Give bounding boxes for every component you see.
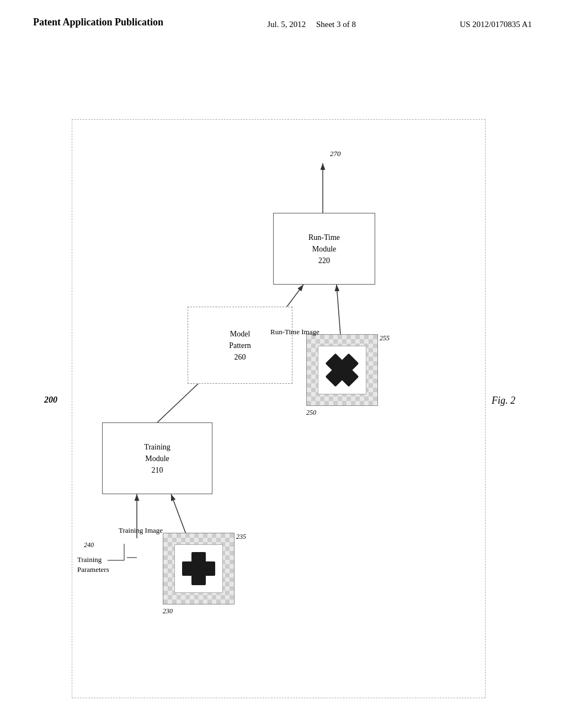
runtime-image-ref-255: 255 bbox=[380, 334, 390, 342]
outer-container bbox=[72, 119, 486, 698]
training-params-label: TrainingParameters bbox=[77, 555, 109, 575]
output-ref-label: 270 bbox=[330, 149, 341, 158]
training-params-ref: 240 bbox=[84, 541, 94, 549]
training-image-ref-235: 235 bbox=[236, 533, 246, 541]
training-module-box: TrainingModule210 bbox=[102, 422, 212, 494]
runtime-image-ref-250: 250 bbox=[306, 409, 316, 417]
runtime-xcross-icon bbox=[326, 354, 359, 387]
training-cross-icon bbox=[182, 552, 215, 585]
runtime-module-box: Run-TimeModule220 bbox=[273, 213, 375, 285]
runtime-module-label: Run-TimeModule220 bbox=[308, 232, 340, 266]
diagram-area: 200 TrainingModule210 ModelPattern260 Ru… bbox=[0, 42, 565, 720]
model-pattern-label: ModelPattern260 bbox=[229, 328, 251, 363]
model-pattern-box: ModelPattern260 bbox=[188, 307, 292, 384]
header-date-sheet: Jul. 5, 2012 Sheet 3 of 8 bbox=[267, 15, 356, 31]
training-module-label: TrainingModule210 bbox=[144, 441, 170, 476]
patent-number: US 2012/0170835 A1 bbox=[460, 15, 532, 31]
figure-label: Fig. 2 bbox=[492, 395, 515, 406]
sheet-info: Sheet 3 of 8 bbox=[316, 20, 356, 29]
training-image-label: Training Image bbox=[119, 526, 163, 535]
publication-date: Jul. 5, 2012 bbox=[267, 20, 306, 29]
publication-title: Patent Application Publication bbox=[33, 15, 163, 29]
diagram-ref-200: 200 bbox=[44, 395, 57, 405]
training-image-outer bbox=[163, 533, 234, 604]
page-header: Patent Application Publication Jul. 5, 2… bbox=[0, 0, 565, 36]
runtime-image-label: Run-Time Image bbox=[270, 328, 319, 336]
runtime-image-outer bbox=[306, 334, 378, 406]
training-image-ref-230: 230 bbox=[163, 607, 173, 615]
